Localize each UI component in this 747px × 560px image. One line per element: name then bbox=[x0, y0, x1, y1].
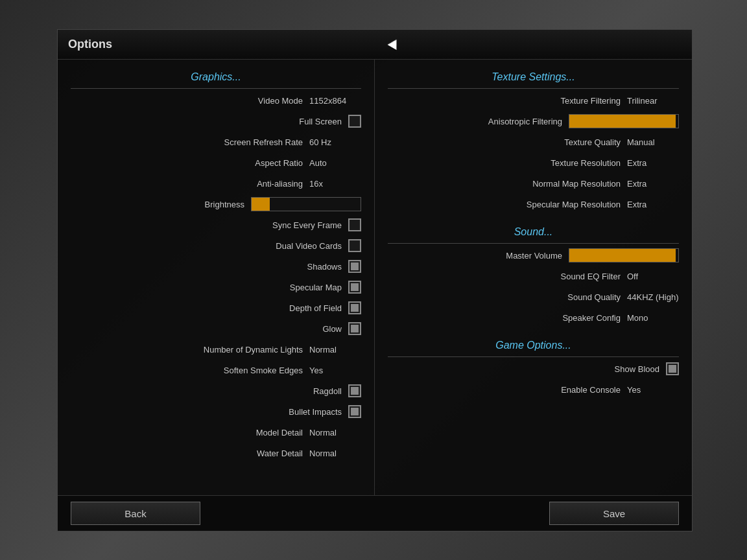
aniso-fill bbox=[569, 115, 669, 128]
row-enable-console: Enable Console Yes bbox=[375, 379, 692, 400]
fullscreen-label: Full Screen bbox=[299, 117, 342, 126]
texture-quality-value: Manual bbox=[627, 137, 679, 147]
show-blood-label: Show Blood bbox=[615, 364, 659, 374]
divider-sound bbox=[388, 243, 679, 244]
right-panel: Texture Settings... Texture Filtering Tr… bbox=[375, 60, 692, 496]
sound-quality-value: 44KHZ (High) bbox=[627, 292, 679, 302]
content-area: Graphics... Video Mode 747x560 Full Scr… bbox=[58, 60, 692, 496]
row-model-detail: Model Detail Normal bbox=[58, 422, 374, 443]
master-volume-slider[interactable] bbox=[569, 248, 679, 262]
smoke-edges-label: Soften Smoke Edges bbox=[224, 366, 303, 375]
enable-console-label: Enable Console bbox=[561, 385, 621, 395]
dynamic-lights-label: Number of Dynamic Lights bbox=[204, 345, 303, 355]
row-speaker-config: Speaker Config Mono bbox=[375, 307, 692, 328]
row-texture-quality: Texture Quality Manual bbox=[375, 132, 692, 152]
texture-quality-label: Texture Quality bbox=[564, 137, 621, 147]
master-volume-thumb bbox=[665, 249, 676, 262]
refresh-rate-label: Screen Refresh Rate bbox=[224, 137, 303, 147]
row-dynamic-lights: Number of Dynamic Lights Normal bbox=[58, 339, 374, 360]
aniso-slider[interactable] bbox=[569, 114, 679, 128]
anti-aliasing-label: Anti-aliasing bbox=[257, 179, 303, 189]
row-anti-aliasing: Anti-aliasing 16x bbox=[58, 173, 374, 194]
specular-map-resolution-label: Specular Map Resolution bbox=[527, 200, 621, 209]
dual-video-label: Dual Video Cards bbox=[276, 241, 342, 251]
row-specular-map: Specular Map bbox=[58, 277, 374, 298]
options-window: Options Graphics... Video Mode 747x560 … bbox=[57, 29, 693, 531]
save-button[interactable]: Save bbox=[549, 502, 679, 525]
specular-map-checkbox[interactable] bbox=[348, 281, 361, 294]
row-smoke-edges: Soften Smoke Edges Yes bbox=[58, 360, 374, 380]
row-glow: Glow bbox=[58, 318, 374, 339]
texture-section-title: Texture Settings... bbox=[375, 66, 692, 87]
left-panel: Graphics... Video Mode 747x560 Full Scr… bbox=[58, 60, 375, 496]
show-blood-checkbox[interactable] bbox=[666, 362, 679, 375]
aniso-thumb bbox=[665, 115, 676, 128]
texture-filtering-label: Texture Filtering bbox=[561, 96, 621, 106]
fullscreen-checkbox[interactable] bbox=[348, 115, 361, 128]
title-bar: Options bbox=[58, 30, 692, 60]
row-master-volume: Master Volume bbox=[375, 245, 692, 266]
water-detail-value: Normal bbox=[309, 449, 361, 458]
row-water-detail: Water Detail Normal bbox=[58, 443, 374, 463]
row-depth-of-field: Depth of Field bbox=[58, 298, 374, 318]
brightness-thumb bbox=[259, 198, 270, 211]
video-mode-label: Video Mode bbox=[258, 96, 303, 106]
normal-map-resolution-value: Extra bbox=[627, 179, 679, 189]
row-texture-resolution: Texture Resolution Extra bbox=[375, 152, 692, 173]
back-button[interactable]: Back bbox=[71, 502, 200, 525]
texture-resolution-value: Extra bbox=[627, 158, 679, 168]
row-brightness: Brightness bbox=[58, 194, 374, 215]
aniso-filtering-label: Anisotropic Filtering bbox=[488, 117, 562, 126]
row-eq-filter: Sound EQ Filter Off bbox=[375, 266, 692, 286]
row-sound-quality: Sound Quality 44KHZ (High) bbox=[375, 286, 692, 307]
row-bullet-impacts: Bullet Impacts bbox=[58, 401, 374, 422]
aspect-ratio-value: Auto bbox=[309, 158, 361, 168]
sound-quality-label: Sound Quality bbox=[567, 292, 621, 302]
glow-label: Glow bbox=[322, 324, 342, 334]
ragdoll-checkbox[interactable] bbox=[348, 384, 361, 397]
refresh-rate-value: 60 Hz bbox=[309, 137, 361, 147]
row-specular-map-resolution: Specular Map Resolution Extra bbox=[375, 194, 692, 215]
bullet-impacts-label: Bullet Impacts bbox=[289, 407, 342, 417]
normal-map-resolution-label: Normal Map Resolution bbox=[532, 179, 621, 189]
row-dual-video: Dual Video Cards bbox=[58, 235, 374, 256]
game-section-title: Game Options... bbox=[375, 334, 692, 355]
divider-game bbox=[388, 356, 679, 357]
row-refresh-rate: Screen Refresh Rate 60 Hz bbox=[58, 132, 374, 152]
specular-map-resolution-value: Extra bbox=[627, 200, 679, 209]
shadows-checkbox[interactable] bbox=[348, 260, 361, 273]
brightness-slider[interactable] bbox=[251, 197, 361, 211]
row-ragdoll: Ragdoll bbox=[58, 380, 374, 401]
row-aspect-ratio: Aspect Ratio Auto bbox=[58, 152, 374, 173]
water-detail-label: Water Detail bbox=[257, 449, 303, 458]
row-video-mode: Video Mode 747x560 bbox=[58, 90, 374, 111]
window-title: Options bbox=[68, 38, 112, 51]
ragdoll-label: Ragdoll bbox=[313, 386, 342, 396]
glow-checkbox[interactable] bbox=[348, 322, 361, 335]
row-normal-map-resolution: Normal Map Resolution Extra bbox=[375, 173, 692, 194]
texture-filtering-value: Trilinear bbox=[627, 96, 679, 106]
speaker-config-value: Mono bbox=[627, 313, 679, 323]
anti-aliasing-value: 16x bbox=[309, 179, 361, 189]
bullet-impacts-checkbox[interactable] bbox=[348, 405, 361, 418]
master-volume-fill bbox=[569, 249, 669, 262]
model-detail-value: Normal bbox=[309, 428, 361, 438]
depth-of-field-checkbox[interactable] bbox=[348, 301, 361, 314]
row-texture-filtering: Texture Filtering Trilinear bbox=[375, 90, 692, 111]
divider-graphics bbox=[71, 88, 361, 89]
eq-filter-value: Off bbox=[627, 272, 679, 281]
dual-video-checkbox[interactable] bbox=[348, 239, 361, 252]
shadows-label: Shadows bbox=[307, 262, 342, 272]
sync-frame-checkbox[interactable] bbox=[348, 218, 361, 231]
smoke-edges-value: Yes bbox=[309, 366, 361, 375]
aspect-ratio-label: Aspect Ratio bbox=[255, 158, 303, 168]
graphics-section-title: Graphics... bbox=[58, 66, 374, 87]
brightness-label: Brightness bbox=[205, 200, 244, 209]
video-mode-value: 747x560 bbox=[309, 96, 361, 106]
row-sync-frame: Sync Every Frame bbox=[58, 215, 374, 235]
dynamic-lights-value: Normal bbox=[309, 345, 361, 355]
specular-map-label: Specular Map bbox=[290, 283, 342, 292]
divider-texture bbox=[388, 88, 679, 89]
bottom-bar: Back Save bbox=[58, 495, 692, 531]
row-show-blood: Show Blood bbox=[375, 358, 692, 379]
